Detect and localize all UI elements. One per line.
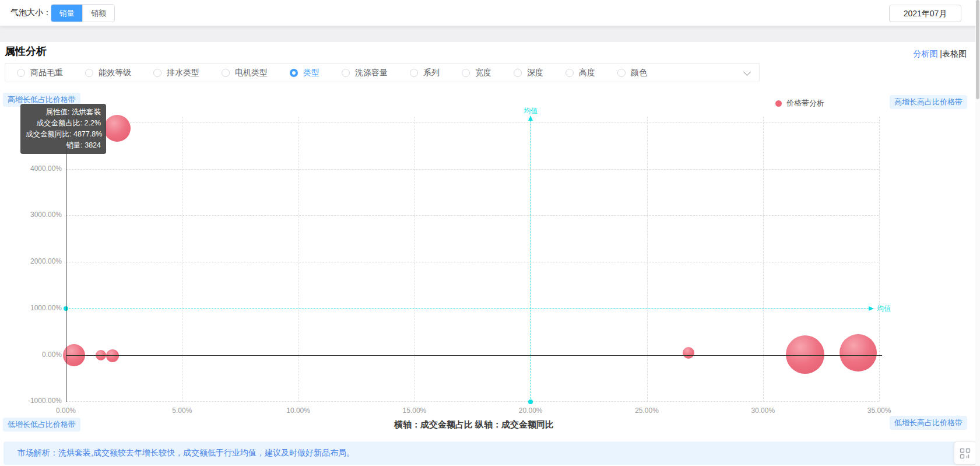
radio-icon xyxy=(617,69,626,77)
x-axis-tick-label: 10.00% xyxy=(278,407,319,415)
attribute-radio-label: 电机类型 xyxy=(235,68,268,78)
radio-icon xyxy=(342,69,350,77)
gridline-vertical xyxy=(298,117,299,402)
background-band xyxy=(0,26,980,42)
attribute-radio-label: 排水类型 xyxy=(167,68,199,78)
attribute-radio-label: 系列 xyxy=(423,68,440,78)
x-axis-tick-label: 15.00% xyxy=(394,407,435,415)
x-axis-line xyxy=(66,355,882,356)
radio-icon xyxy=(462,69,470,77)
attribute-radio-option-6[interactable]: 系列 xyxy=(410,68,440,78)
mean-line-horizontal xyxy=(66,309,869,309)
attribute-radio-option-0[interactable]: 商品毛重 xyxy=(17,68,63,78)
y-axis-tick-label: 2000.00% xyxy=(21,257,62,265)
gridline-vertical xyxy=(763,117,764,402)
bubble-size-option-0[interactable]: 销量 xyxy=(51,5,83,22)
attribute-radio-label: 颜色 xyxy=(631,68,647,78)
tooltip-line: 成交金额同比: 4877.8% xyxy=(26,129,101,140)
table-chart-link[interactable]: 表格图 xyxy=(942,49,967,58)
dashboard-grid-icon xyxy=(960,448,971,459)
bubble-size-label: 气泡大小： xyxy=(10,8,51,18)
gridline-horizontal xyxy=(66,169,879,170)
attribute-radio-label: 深度 xyxy=(527,68,543,78)
chevron-down-icon[interactable] xyxy=(743,68,751,76)
y-axis-tick-label: -1000.00% xyxy=(21,397,62,405)
attribute-radio-label: 能效等级 xyxy=(99,68,131,78)
legend-color-dot xyxy=(775,100,782,107)
legend-label: 价格带分析 xyxy=(786,98,824,108)
mean-arrow-up-icon xyxy=(528,115,533,121)
gridline-vertical xyxy=(879,117,880,402)
x-axis-tick-label: 30.00% xyxy=(743,407,784,415)
gridline-vertical xyxy=(415,117,415,402)
attribute-radio-option-1[interactable]: 能效等级 xyxy=(85,68,131,78)
radio-icon xyxy=(85,69,93,77)
attribute-radio-option-9[interactable]: 高度 xyxy=(565,68,595,78)
x-axis-tick-label: 0.00% xyxy=(45,407,86,415)
attribute-analysis-page: 气泡大小： 销量销额 2021年07月 属性分析 分析图 |表格图 商品毛重能效… xyxy=(0,0,980,466)
attribute-filter-row: 商品毛重能效等级排水类型电机类型类型洗涤容量系列宽度深度高度颜色 xyxy=(5,63,760,82)
bubble-point-3[interactable] xyxy=(106,349,119,362)
x-axis-tick-label: 25.00% xyxy=(627,407,668,415)
y-axis-tick-label: 3000.00% xyxy=(21,211,62,219)
attribute-radio-label: 商品毛重 xyxy=(30,68,63,78)
attribute-radio-label: 洗涤容量 xyxy=(355,68,388,78)
quadrant-label-bottom-left: 低增长低占比价格带 xyxy=(3,418,80,432)
radio-icon xyxy=(290,69,298,77)
market-analysis-bar: 市场解析：洗烘套装,成交额较去年增长较快，成交额低于行业均值，建议及时做好新品布… xyxy=(3,442,977,465)
attribute-analysis-panel xyxy=(0,42,980,466)
scrollbar-thumb[interactable] xyxy=(976,0,979,99)
gridline-vertical xyxy=(182,117,182,402)
x-axis-tick-label: 35.00% xyxy=(859,407,900,415)
x-axis-tick-label: 5.00% xyxy=(161,407,202,415)
mean-label-horizontal: 均值 xyxy=(877,304,891,314)
mean-arrow-right-icon xyxy=(869,306,874,311)
quadrant-label-top-right: 高增长高占比价格带 xyxy=(890,95,967,109)
gridline-vertical xyxy=(647,117,648,402)
date-picker-button[interactable]: 2021年07月 xyxy=(889,5,961,22)
bubble-size-toggle-group: 销量销额 xyxy=(51,4,115,22)
bubble-size-option-1[interactable]: 销额 xyxy=(83,5,114,22)
radio-icon xyxy=(565,69,574,77)
attribute-radio-label: 类型 xyxy=(303,68,319,78)
attribute-radio-option-10[interactable]: 颜色 xyxy=(617,68,647,78)
legend-item[interactable]: 价格带分析 xyxy=(775,98,824,108)
dashboard-button[interactable] xyxy=(954,442,977,465)
scrollbar-track xyxy=(975,0,980,466)
chart-tooltip: 属性值: 洗烘套装成交金额占比: 2.2%成交金额同比: 4877.8%销量: … xyxy=(20,104,106,154)
radio-icon xyxy=(514,69,522,77)
gridline-horizontal xyxy=(66,262,879,262)
top-bar: 气泡大小： 销量销额 2021年07月 xyxy=(0,0,980,26)
axis-caption: 横轴：成交金额占比 纵轴：成交金额同比 xyxy=(66,419,882,430)
y-axis-line xyxy=(66,114,66,402)
gridline-horizontal xyxy=(66,215,879,216)
quadrant-label-bottom-right: 低增长高占比价格带 xyxy=(890,416,967,430)
page-title: 属性分析 xyxy=(5,44,47,58)
mean-line-vertical xyxy=(531,121,531,402)
y-axis-tick-label: 1000.00% xyxy=(21,304,62,312)
market-analysis-text: 市场解析：洗烘套装,成交额较去年增长较快，成交额低于行业均值，建议及时做好新品布… xyxy=(17,448,354,458)
attribute-radio-label: 宽度 xyxy=(475,68,491,78)
gridline-horizontal xyxy=(66,122,879,123)
attribute-radio-option-8[interactable]: 深度 xyxy=(514,68,543,78)
attribute-radio-option-5[interactable]: 洗涤容量 xyxy=(342,68,388,78)
tooltip-line: 销量: 3824 xyxy=(26,140,101,151)
y-axis-tick-label: 4000.00% xyxy=(21,164,62,173)
attribute-radio-option-3[interactable]: 电机类型 xyxy=(222,68,268,78)
radio-icon xyxy=(222,69,230,77)
analysis-chart-link[interactable]: 分析图 xyxy=(913,49,937,58)
attribute-radio-option-4[interactable]: 类型 xyxy=(290,68,319,78)
bubble-point-named[interactable] xyxy=(104,115,131,142)
view-switch: 分析图 |表格图 xyxy=(913,49,967,59)
attribute-radio-option-7[interactable]: 宽度 xyxy=(462,68,491,78)
radio-icon xyxy=(17,69,25,77)
gridline-horizontal xyxy=(66,401,879,402)
radio-icon xyxy=(410,69,418,77)
attribute-radio-label: 高度 xyxy=(579,68,595,78)
y-axis-tick-label: 0.00% xyxy=(21,351,62,359)
radio-icon xyxy=(153,69,161,77)
tooltip-line: 属性值: 洗烘套装 xyxy=(26,107,101,118)
x-axis-tick-label: 20.00% xyxy=(510,407,551,415)
attribute-radio-option-2[interactable]: 排水类型 xyxy=(153,68,199,78)
tooltip-line: 成交金额占比: 2.2% xyxy=(26,118,101,129)
